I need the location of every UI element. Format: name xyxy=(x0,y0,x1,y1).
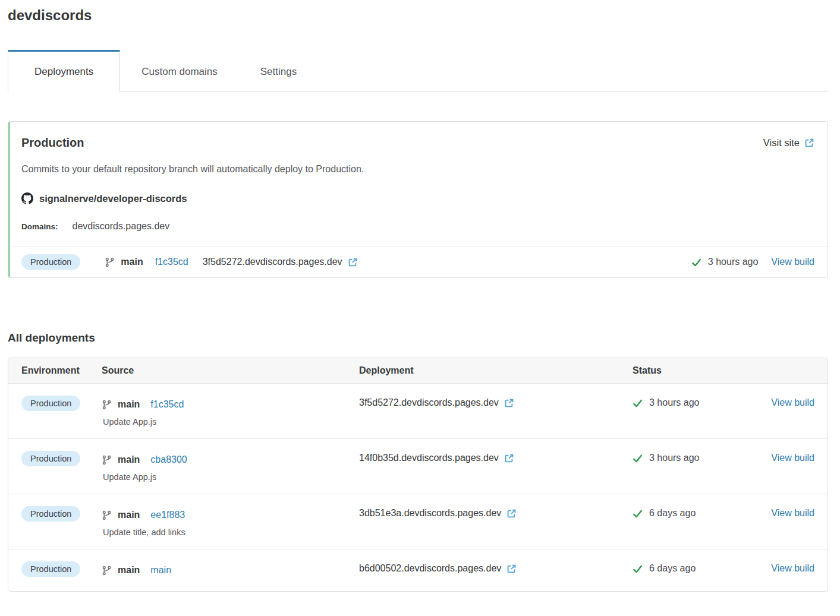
deployment-url: 3db51e3a.devdiscords.pages.dev xyxy=(359,508,501,519)
git-branch-icon xyxy=(102,566,112,576)
view-build-link[interactable]: View build xyxy=(771,563,814,574)
deployments-table: Environment Source Deployment Status Pro… xyxy=(8,358,828,592)
view-build-link[interactable]: View build xyxy=(771,257,814,267)
environment-badge: Production xyxy=(21,561,80,577)
domains-label: Domains: xyxy=(21,222,58,231)
deployment-url: 3f5d5272.devdiscords.pages.dev xyxy=(359,397,499,408)
deployment-url: 3f5d5272.devdiscords.pages.dev xyxy=(203,257,342,267)
commit-message: Update title, add links xyxy=(103,527,185,537)
production-description: Commits to your default repository branc… xyxy=(21,164,814,175)
status-time: 3 hours ago xyxy=(649,453,700,463)
commit-link[interactable]: cba8300 xyxy=(150,454,187,465)
column-header-deployment: Deployment xyxy=(359,358,633,383)
production-deployment-row: Production main f1c35cd 3f5d5272.devdisc… xyxy=(10,246,828,277)
environment-badge: Production xyxy=(21,254,80,270)
view-build-link[interactable]: View build xyxy=(771,397,814,408)
production-card-title: Production xyxy=(21,136,84,150)
page-title: devdiscords xyxy=(8,7,828,24)
commit-message: Update App.js xyxy=(103,472,156,482)
deployment-url: b6d00502.devdiscords.pages.dev xyxy=(359,563,501,574)
branch-name: main xyxy=(118,565,140,576)
environment-badge: Production xyxy=(21,451,80,466)
column-header-source: Source xyxy=(102,358,359,383)
table-row: Production main main b6d00502.devdiscord… xyxy=(8,549,828,591)
visit-site-link[interactable]: Visit site xyxy=(763,137,814,149)
table-row: Production main f1c35cd Update App.js 3f… xyxy=(8,383,828,438)
tab-bar: Deployments Custom domains Settings xyxy=(8,50,828,92)
view-build-link[interactable]: View build xyxy=(771,453,814,463)
github-icon xyxy=(21,192,33,204)
page: devdiscords Deployments Custom domains S… xyxy=(0,0,840,592)
status-time: 3 hours ago xyxy=(708,257,759,267)
deployment-url: 14f0b35d.devdiscords.pages.dev xyxy=(359,453,499,463)
check-icon xyxy=(633,564,643,574)
external-link-icon[interactable] xyxy=(506,508,517,519)
branch-name: main xyxy=(118,510,140,520)
git-branch-icon xyxy=(102,510,112,520)
column-header-status: Status xyxy=(633,358,771,383)
tab-deployments[interactable]: Deployments xyxy=(8,50,120,92)
view-build-link[interactable]: View build xyxy=(771,508,814,519)
tab-settings[interactable]: Settings xyxy=(239,50,318,92)
branch-name: main xyxy=(118,454,140,465)
environment-badge: Production xyxy=(21,396,80,411)
external-link-icon[interactable] xyxy=(504,398,514,408)
external-link-icon xyxy=(804,138,814,148)
commit-link[interactable]: f1c35cd xyxy=(150,399,184,410)
branch-name: main xyxy=(121,257,143,267)
check-icon xyxy=(633,453,643,463)
commit-message: Update App.js xyxy=(103,417,156,427)
commit-link[interactable]: main xyxy=(150,565,171,576)
git-branch-icon xyxy=(105,257,115,267)
status-time: 6 days ago xyxy=(649,508,696,519)
external-link-icon[interactable] xyxy=(504,453,514,463)
table-row: Production main ee1f883 Update title, ad… xyxy=(8,494,828,549)
column-header-environment: Environment xyxy=(21,358,102,383)
git-branch-icon xyxy=(102,400,112,410)
deployments-table-body: Production main f1c35cd Update App.js 3f… xyxy=(8,383,828,591)
branch-name: main xyxy=(118,399,140,410)
commit-link[interactable]: ee1f883 xyxy=(150,510,185,520)
table-row: Production main cba8300 Update App.js 14… xyxy=(8,438,828,494)
check-icon xyxy=(633,398,643,408)
visit-site-label: Visit site xyxy=(763,137,800,149)
check-icon xyxy=(633,508,643,519)
all-deployments-title: All deployments xyxy=(8,331,828,345)
repo-link[interactable]: signalnerve/developer-discords xyxy=(39,193,187,204)
table-header-row: Environment Source Deployment Status xyxy=(8,358,828,383)
commit-link[interactable]: f1c35cd xyxy=(155,257,188,267)
environment-badge: Production xyxy=(21,506,80,522)
external-link-icon[interactable] xyxy=(506,564,517,574)
tab-custom-domains[interactable]: Custom domains xyxy=(120,50,239,92)
domains-value: devdiscords.pages.dev xyxy=(73,221,170,232)
production-card: Production Visit site Commits to your de… xyxy=(8,121,828,278)
git-branch-icon xyxy=(102,455,112,465)
check-icon xyxy=(691,257,701,267)
status-time: 3 hours ago xyxy=(649,397,700,408)
status-time: 6 days ago xyxy=(649,563,696,574)
external-link-icon[interactable] xyxy=(348,257,358,267)
